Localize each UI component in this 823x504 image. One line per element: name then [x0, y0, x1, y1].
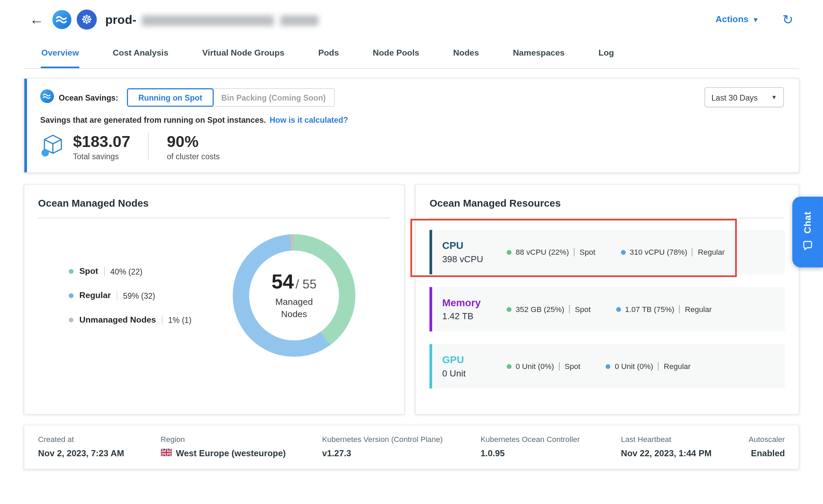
managed-nodes-caption: Managed Nodes [266, 297, 321, 320]
actions-button[interactable]: Actions ▼ [716, 14, 759, 25]
chat-button-label: Chat [802, 211, 813, 233]
spot-dot-icon [507, 364, 511, 369]
cpu-spot-stat: 88 vCPU (22%) Spot [507, 248, 595, 256]
spot-dot-icon [69, 269, 74, 273]
spot-ocean-logo-icon [52, 10, 71, 29]
caret-down-icon: ▼ [771, 94, 777, 101]
legend-item-spot: Spot 40% (22) [69, 266, 192, 276]
managed-nodes-donut: 54 / 55 Managed Nodes [233, 234, 356, 357]
gpu-accent-bar [430, 344, 432, 388]
cluster-title: prod- [105, 12, 136, 27]
memory-accent-bar [430, 287, 432, 331]
total-savings-label: Total savings [73, 151, 130, 160]
tab-node-pools[interactable]: Node Pools [372, 39, 420, 68]
panel-accent-bar [24, 79, 27, 172]
resource-row-gpu: GPU 0 Unit 0 Unit (0%) Spot 0 Unit (0%) [430, 344, 785, 388]
legend-item-regular: Regular 59% (32) [69, 291, 192, 300]
tab-bar: Overview Cost Analysis Virtual Node Grou… [24, 39, 799, 69]
memory-spot-stat: 352 GB (25%) Spot [507, 305, 591, 313]
bin-packing-toggle[interactable]: Bin Packing (Coming Soon) [213, 88, 335, 106]
cpu-accent-bar [430, 230, 432, 274]
cluster-overview-page: ← ☸ prod- Actions ▼ ↻ Overview Cost Ana [0, 0, 823, 504]
managed-nodes-title: Ocean Managed Nodes [38, 198, 390, 209]
gpu-total-value: 0 Unit [442, 368, 503, 379]
savings-description: Savings that are generated from running … [40, 115, 266, 124]
memory-total-value: 1.42 TB [442, 311, 503, 322]
tab-log[interactable]: Log [598, 39, 615, 68]
regular-dot-icon [606, 364, 610, 369]
regular-dot-icon [621, 250, 625, 254]
tab-nodes[interactable]: Nodes [453, 39, 480, 68]
managed-nodes-total: / 55 [295, 277, 317, 292]
region-column: Region West Europe (westeurope) [161, 435, 322, 458]
regular-dot-icon [616, 307, 621, 312]
memory-regular-stat: 1.07 TB (75%) Regular [616, 305, 712, 313]
gpu-label: GPU [442, 354, 503, 366]
redacted-block [142, 15, 274, 26]
ocean-controller-column: Kubernetes Ocean Controller 1.0.95 [480, 435, 621, 458]
managed-nodes-count: 54 [272, 271, 294, 294]
resource-row-memory: Memory 1.42 TB 352 GB (25%) Spot 1.07 TB… [430, 287, 785, 331]
resource-row-cpu: CPU 398 vCPU 88 vCPU (22%) Spot 310 vCPU… [430, 230, 785, 274]
regular-dot-icon [69, 293, 74, 298]
last-heartbeat-column: Last Heartbeat Nov 22, 2023, 1:44 PM [621, 435, 749, 458]
tab-overview[interactable]: Overview [41, 39, 79, 68]
cluster-info-bar: Created at Nov 2, 2023, 7:23 AM Region W… [24, 425, 799, 469]
created-at-column: Created at Nov 2, 2023, 7:23 AM [38, 435, 161, 458]
tab-pods[interactable]: Pods [318, 39, 340, 68]
total-savings-value: $183.07 [73, 132, 130, 150]
refresh-button[interactable]: ↻ [782, 13, 793, 26]
divider [148, 132, 149, 161]
period-select[interactable]: Last 30 Days ▼ [705, 87, 784, 107]
how-is-it-calculated-link[interactable]: How is it calculated? [270, 115, 348, 124]
savings-percent-label: of cluster costs [167, 151, 220, 160]
uk-flag-icon [161, 448, 172, 458]
ocean-managed-resources-card: Ocean Managed Resources CPU 398 vCPU 88 … [415, 184, 799, 414]
legend-item-unmanaged: Unmanaged Nodes 1% (1) [69, 315, 192, 325]
ocean-savings-icon [40, 89, 54, 105]
period-select-value: Last 30 Days [711, 93, 758, 102]
spot-dot-icon [507, 250, 511, 254]
back-arrow-icon: ← [30, 11, 44, 27]
autoscaler-column: Autoscaler Enabled [749, 435, 785, 458]
savings-percent-value: 90% [167, 132, 220, 150]
unmanaged-dot-icon [69, 317, 74, 322]
cpu-total-value: 398 vCPU [442, 254, 503, 265]
nodes-legend: Spot 40% (22) Regular 59% (32) Unmanaged… [69, 266, 192, 325]
cpu-regular-stat: 310 vCPU (78%) Regular [621, 248, 725, 256]
running-on-spot-toggle[interactable]: Running on Spot [127, 88, 214, 106]
divider [430, 218, 785, 219]
tab-virtual-node-groups[interactable]: Virtual Node Groups [202, 39, 285, 68]
donut-center: 54 / 55 Managed Nodes [249, 251, 339, 341]
ocean-savings-label: Ocean Savings: [59, 93, 118, 102]
spot-dot-icon [507, 307, 511, 312]
chat-bubble-icon [802, 240, 813, 253]
memory-label: Memory [442, 297, 503, 308]
header: ← ☸ prod- Actions ▼ ↻ [0, 0, 823, 39]
refresh-icon: ↻ [782, 12, 793, 27]
savings-cube-icon [40, 133, 66, 160]
redacted-block [280, 15, 318, 26]
k8s-version-column: Kubernetes Version (Control Plane) v1.27… [322, 435, 480, 458]
savings-mode-toggle: Running on Spot Bin Packing (Coming Soon… [127, 88, 335, 106]
gpu-regular-stat: 0 Unit (0%) Regular [606, 362, 691, 371]
ocean-savings-panel: Ocean Savings: Running on Spot Bin Packi… [24, 78, 799, 173]
gpu-spot-stat: 0 Unit (0%) Spot [507, 362, 580, 371]
cluster-name-redacted [142, 15, 318, 26]
back-button[interactable]: ← [30, 12, 44, 27]
caret-down-icon: ▼ [752, 16, 759, 24]
tab-cost-analysis[interactable]: Cost Analysis [112, 39, 169, 68]
kubernetes-logo-icon: ☸ [77, 10, 97, 30]
ocean-managed-nodes-card: Ocean Managed Nodes Spot 40% (22) Regula… [24, 184, 405, 414]
cpu-label: CPU [442, 240, 503, 251]
tab-namespaces[interactable]: Namespaces [512, 39, 565, 68]
divider [38, 218, 390, 219]
managed-resources-title: Ocean Managed Resources [430, 198, 785, 209]
chat-button[interactable]: Chat [792, 197, 823, 268]
